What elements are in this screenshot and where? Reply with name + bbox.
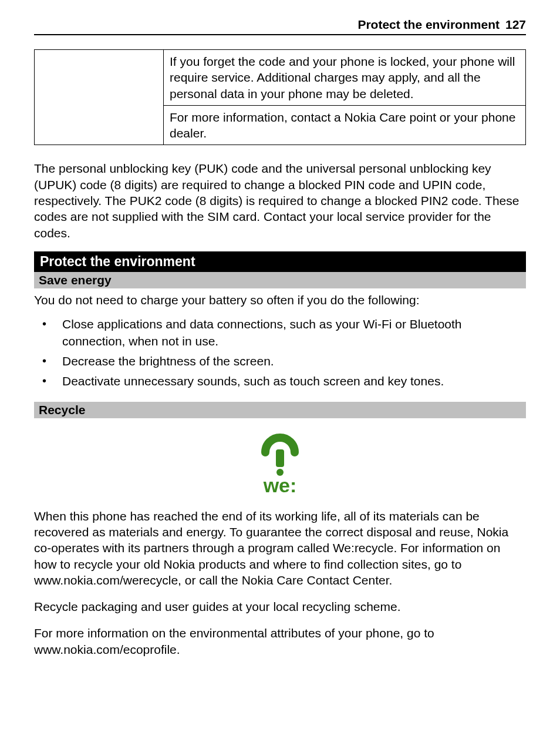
save-energy-intro: You do not need to charge your battery s… (34, 292, 526, 308)
energy-tips-list: Close applications and data connections,… (34, 316, 526, 389)
section-heading-save-energy: Save energy (34, 272, 526, 288)
list-item: Deactivate unnecessary sounds, such as t… (34, 373, 526, 389)
we-recycle-logo: we: (34, 430, 526, 498)
puk-paragraph: The personal unblocking key (PUK) code a… (34, 160, 526, 240)
recycle-paragraph-3: For more information on the environmenta… (34, 625, 526, 657)
table-cell-more-info: For more information, contact a Nokia Ca… (164, 105, 526, 145)
table-left-cell (35, 50, 164, 145)
recycle-paragraph-2: Recycle packaging and user guides at you… (34, 599, 526, 614)
section-heading-protect: Protect the environment (34, 251, 526, 272)
header-title: Protect the environment (357, 18, 500, 32)
section-heading-recycle: Recycle (34, 402, 526, 418)
page-header: Protect the environment 127 (34, 18, 526, 35)
svg-rect-0 (276, 449, 284, 467)
recycle-icon: we: (251, 430, 309, 495)
header-page-number: 127 (505, 18, 526, 32)
code-info-table: If you forget the code and your phone is… (34, 49, 526, 145)
svg-text:we:: we: (263, 474, 297, 495)
recycle-paragraph-1: When this phone has reached the end of i… (34, 508, 526, 588)
table-cell-forget-code: If you forget the code and your phone is… (164, 50, 526, 106)
list-item: Decrease the brightness of the screen. (34, 353, 526, 370)
list-item: Close applications and data connections,… (34, 316, 526, 350)
